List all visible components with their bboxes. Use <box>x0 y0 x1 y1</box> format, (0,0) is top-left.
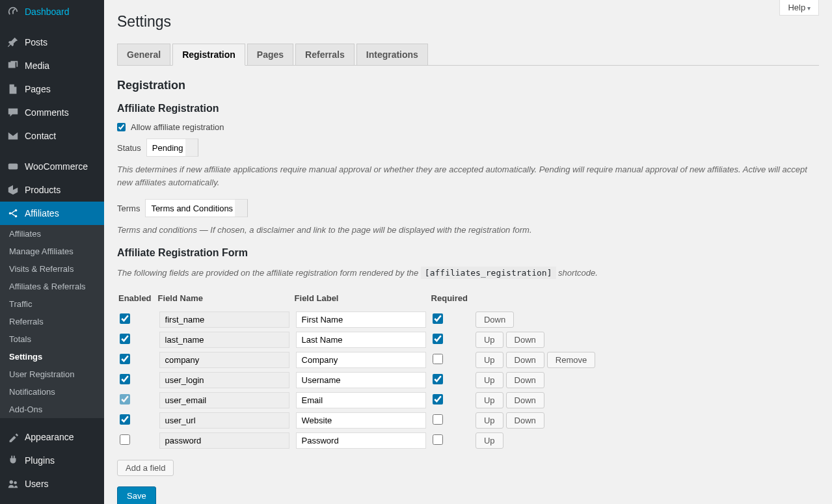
field-name-input[interactable] <box>159 412 289 429</box>
field-name-input[interactable] <box>159 372 289 388</box>
submenu-item-affiliates-referrals[interactable]: Affiliates & Referrals <box>0 278 104 295</box>
field-name-input[interactable] <box>159 392 289 408</box>
field-enabled-checkbox[interactable] <box>120 313 130 324</box>
status-select[interactable]: Pending <box>146 139 198 157</box>
save-button[interactable]: Save <box>117 486 156 504</box>
col-fieldlabel: Field Label <box>293 289 430 310</box>
submenu-item-add-ons[interactable]: Add-Ons <box>0 401 104 418</box>
submenu-item-manage-affiliates[interactable]: Manage Affiliates <box>0 243 104 260</box>
field-required-checkbox[interactable] <box>433 313 443 324</box>
submenu-item-traffic[interactable]: Traffic <box>0 295 104 313</box>
users-icon <box>7 477 20 490</box>
field-label-input[interactable] <box>296 312 426 328</box>
registration-fields-table: Enabled Field Name Field Label Required … <box>117 289 598 451</box>
tab-integrations[interactable]: Integrations <box>356 44 428 65</box>
field-name-input[interactable] <box>159 432 289 449</box>
field-label-input[interactable] <box>296 352 426 368</box>
field-enabled-checkbox[interactable] <box>120 434 130 445</box>
tab-registration[interactable]: Registration <box>172 44 245 66</box>
field-label-input[interactable] <box>296 412 426 429</box>
terms-label: Terms <box>117 204 140 213</box>
submenu-item-affiliates[interactable]: Affiliates <box>0 225 104 243</box>
settings-tabs: GeneralRegistrationPagesReferralsIntegra… <box>117 44 819 66</box>
field-row: UpDown <box>117 330 598 350</box>
field-row: Up <box>117 431 598 451</box>
add-field-button[interactable]: Add a field <box>117 460 174 476</box>
up-button[interactable]: Up <box>476 352 503 368</box>
sidebar-item-comments[interactable]: Comments <box>0 101 104 124</box>
down-button[interactable]: Down <box>506 352 544 368</box>
field-required-checkbox[interactable] <box>433 434 443 445</box>
sidebar-item-contact[interactable]: Contact <box>0 124 104 148</box>
product-icon <box>7 183 20 196</box>
terms-description: Terms and conditions — If chosen, a disc… <box>117 224 819 237</box>
field-name-input[interactable] <box>159 312 289 328</box>
field-required-checkbox[interactable] <box>433 334 443 344</box>
allow-registration-checkbox[interactable] <box>117 123 126 131</box>
submenu-item-referrals[interactable]: Referrals <box>0 313 104 330</box>
sidebar-item-users[interactable]: Users <box>0 472 104 496</box>
sidebar-item-pages[interactable]: Pages <box>0 77 104 101</box>
tab-pages[interactable]: Pages <box>247 44 293 65</box>
submenu-item-notifications[interactable]: Notifications <box>0 383 104 401</box>
media-icon <box>7 59 20 72</box>
sidebar-item-dashboard[interactable]: Dashboard <box>0 0 104 23</box>
field-enabled-checkbox[interactable] <box>120 374 130 384</box>
help-tab[interactable]: Help <box>779 0 819 16</box>
up-button[interactable]: Up <box>476 372 503 388</box>
col-required: Required <box>430 289 473 310</box>
tab-referrals[interactable]: Referrals <box>295 44 355 65</box>
field-name-input[interactable] <box>159 352 289 368</box>
down-button[interactable]: Down <box>506 392 544 408</box>
sidebar-item-label: WooCommerce <box>25 161 88 172</box>
field-enabled-checkbox[interactable] <box>120 394 130 405</box>
tab-general[interactable]: General <box>117 44 170 65</box>
field-required-checkbox[interactable] <box>433 354 443 364</box>
field-row: UpDown <box>117 410 598 431</box>
status-description: This determines if new affiliate applica… <box>117 163 819 189</box>
field-label-input[interactable] <box>296 332 426 348</box>
submenu-item-visits-referrals[interactable]: Visits & Referrals <box>0 260 104 278</box>
submenu-item-user-registration[interactable]: User Registration <box>0 365 104 383</box>
field-label-input[interactable] <box>296 392 426 408</box>
sidebar-item-posts[interactable]: Posts <box>0 31 104 54</box>
up-button[interactable]: Up <box>476 392 503 408</box>
sidebar-item-media[interactable]: Media <box>0 54 104 77</box>
terms-select[interactable]: Terms and Conditions <box>145 199 248 217</box>
field-name-input[interactable] <box>159 332 289 348</box>
sidebar-item-label: Plugins <box>25 455 55 466</box>
up-button[interactable]: Up <box>476 412 503 429</box>
sidebar-item-products[interactable]: Products <box>0 178 104 202</box>
field-required-checkbox[interactable] <box>433 374 443 384</box>
field-row: UpDown <box>117 370 598 390</box>
field-label-input[interactable] <box>296 372 426 388</box>
field-label-input[interactable] <box>296 432 426 449</box>
sidebar-item-affiliates[interactable]: Affiliates <box>0 202 104 225</box>
field-required-checkbox[interactable] <box>433 414 443 425</box>
sidebar-item-woocommerce[interactable]: WooCommerce <box>0 155 104 178</box>
down-button[interactable]: Down <box>506 372 544 388</box>
down-button[interactable]: Down <box>506 412 544 429</box>
submenu-item-totals[interactable]: Totals <box>0 330 104 348</box>
comment-icon <box>7 106 20 119</box>
field-required-checkbox[interactable] <box>433 394 443 405</box>
up-button[interactable]: Up <box>476 332 503 348</box>
down-button[interactable]: Down <box>476 312 514 328</box>
plugin-icon <box>7 454 20 467</box>
sidebar-item-label: Pages <box>25 84 51 94</box>
svg-point-4 <box>10 481 13 484</box>
sidebar-item-label: Products <box>25 185 60 195</box>
allow-registration-label[interactable]: Allow affiliate registration <box>131 122 224 132</box>
main-content: Help Settings GeneralRegistrationPagesRe… <box>104 0 832 504</box>
submenu-item-settings[interactable]: Settings <box>0 348 104 365</box>
field-enabled-checkbox[interactable] <box>120 354 130 364</box>
field-enabled-checkbox[interactable] <box>120 334 130 344</box>
sidebar-item-label: Affiliates <box>25 208 59 219</box>
sidebar-item-plugins[interactable]: Plugins <box>0 449 104 472</box>
sidebar-item-appearance[interactable]: Appearance <box>0 425 104 449</box>
remove-button[interactable]: Remove <box>547 352 595 368</box>
field-enabled-checkbox[interactable] <box>120 414 130 425</box>
down-button[interactable]: Down <box>506 332 544 348</box>
affiliate-icon <box>7 207 20 220</box>
up-button[interactable]: Up <box>476 432 503 449</box>
